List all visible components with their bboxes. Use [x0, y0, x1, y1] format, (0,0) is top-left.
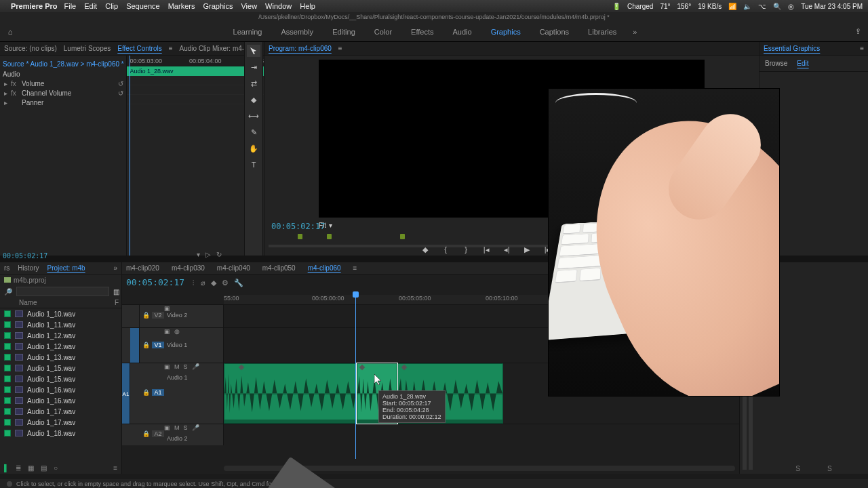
param-volume[interactable]: ▸fxVolume↺	[3, 79, 123, 88]
program-timecode[interactable]: 00:05:02:17	[271, 222, 325, 231]
sequence-tab[interactable]: m4-clip020	[126, 264, 159, 272]
audio-clip[interactable]	[397, 363, 503, 424]
chevron-down-icon[interactable]: ▾	[329, 222, 332, 229]
hand-tool-icon[interactable]: ✋	[247, 142, 260, 155]
play-icon[interactable]: ▶	[522, 245, 532, 254]
home-icon[interactable]: ⌂	[0, 28, 20, 36]
workspace-overflow-icon[interactable]: »	[633, 28, 637, 36]
mark-in-icon[interactable]: {	[441, 245, 450, 254]
audio-group[interactable]: Audio	[3, 69, 123, 79]
lock-icon[interactable]: 🔒	[141, 430, 151, 437]
track-tag-a1[interactable]: A1	[152, 389, 164, 396]
toggle-output-icon[interactable]: ▣	[164, 328, 170, 335]
lock-icon[interactable]: 🔒	[141, 389, 151, 396]
list-view-icon[interactable]: ≣	[16, 464, 21, 472]
list-item[interactable]: Audio 1_15.wav	[0, 363, 121, 373]
tab-menu-icon[interactable]: ≡	[353, 264, 357, 272]
list-item[interactable]: Audio 1_16.wav	[0, 395, 121, 406]
program-zoom[interactable]: Fit ▾	[319, 222, 332, 229]
workspace-captions[interactable]: Captions	[537, 24, 572, 40]
toggle-output-icon[interactable]: ▣	[164, 424, 170, 431]
zoom-slider[interactable]: ○	[54, 464, 58, 472]
list-item[interactable]: Audio 1_12.wav	[0, 341, 121, 352]
list-item[interactable]: Audio 1_10.wav	[0, 308, 121, 319]
list-item[interactable]: Audio 1_12.wav	[0, 330, 121, 341]
ripple-edit-tool-icon[interactable]: ⇄	[247, 77, 260, 89]
track-header-a2[interactable]: 🔒 A2 ▣MS🎤 Audio 2	[122, 424, 224, 445]
track-tag-v2[interactable]: V2	[152, 312, 164, 319]
workspace-learning[interactable]: Learning	[231, 24, 265, 40]
project-list[interactable]: Audio 1_10.wavAudio 1_11.wavAudio 1_12.w…	[0, 308, 121, 462]
menu-window[interactable]: Window	[265, 2, 292, 10]
search-icon[interactable]: 🔍	[773, 3, 781, 10]
marker-icon[interactable]	[400, 234, 405, 239]
workspace-editing[interactable]: Editing	[330, 24, 358, 40]
toggle-output-icon[interactable]: ▣	[164, 305, 170, 312]
panel-overflow-icon[interactable]: »	[113, 264, 117, 272]
play-only-icon[interactable]: ▷	[205, 251, 211, 258]
column-name[interactable]: Name	[19, 299, 37, 306]
param-panner[interactable]: ▸ Panner	[3, 98, 123, 107]
track-header-a1[interactable]: A1 🔒 A1 ▣MS🎤 Audio 1	[122, 363, 224, 424]
marker-icon[interactable]: ◆	[211, 279, 216, 287]
timeline-h-scrollbar[interactable]	[224, 466, 735, 471]
tab-effect-controls[interactable]: Effect Controls	[117, 45, 161, 52]
icon-view-icon[interactable]: ▦	[28, 464, 34, 472]
track-header-v2[interactable]: 🔒 V2 ▣ Video 2	[122, 304, 224, 327]
app-name[interactable]: Premiere Pro	[11, 2, 57, 10]
source-patch-v1[interactable]	[130, 328, 140, 363]
list-item[interactable]: Audio 1_16.wav	[0, 384, 121, 395]
mark-out-icon[interactable]: }	[461, 245, 471, 254]
slip-tool-icon[interactable]: ⟷	[247, 110, 260, 122]
workspace-audio[interactable]: Audio	[450, 24, 475, 40]
menu-markers[interactable]: Markers	[168, 2, 195, 10]
freeform-icon[interactable]: ▤	[41, 464, 47, 472]
list-item[interactable]: Audio 1_17.wav	[0, 417, 121, 428]
lock-icon[interactable]: 🔒	[141, 312, 151, 319]
tab-effect-controls-menu-icon[interactable]: ≡	[169, 45, 173, 52]
menu-graphics[interactable]: Graphics	[203, 2, 233, 10]
project-search-input[interactable]	[16, 287, 109, 296]
track-lane-a2[interactable]	[224, 424, 739, 445]
toggle-output-icon[interactable]: ▣	[164, 363, 170, 370]
snap-icon[interactable]: ⸽	[191, 279, 195, 287]
project-tab-project[interactable]: Project: m4b	[47, 264, 85, 272]
list-item[interactable]: Audio 1_17.wav	[0, 406, 121, 417]
tab-source[interactable]: Source: (no clips)	[4, 45, 57, 52]
workspace-libraries[interactable]: Libraries	[585, 24, 619, 40]
type-tool-icon[interactable]: T	[247, 159, 260, 171]
eg-browse-tab[interactable]: Browse	[765, 60, 787, 67]
audio-clip-selected[interactable]	[357, 363, 397, 424]
filter-icon[interactable]: ▾	[197, 251, 200, 258]
efc-playhead[interactable]	[130, 56, 130, 256]
new-bin-icon[interactable]: ▥	[113, 288, 119, 296]
list-item[interactable]: Audio 1_18.wav	[0, 428, 121, 439]
selection-tool-icon[interactable]	[247, 45, 260, 57]
reset-icon[interactable]: ↺	[118, 80, 123, 87]
tab-lumetri-scopes[interactable]: Lumetri Scopes	[64, 45, 111, 52]
eg-edit-tab[interactable]: Edit	[797, 60, 808, 67]
track-tag-a2[interactable]: A2	[152, 430, 164, 437]
add-marker-icon[interactable]: ◆	[420, 245, 430, 254]
audio-clip[interactable]	[224, 363, 357, 424]
workspace-graphics[interactable]: Graphics	[488, 24, 524, 40]
menu-edit[interactable]: Edit	[84, 2, 97, 10]
razor-tool-icon[interactable]: ◆	[247, 94, 260, 106]
sequence-tab[interactable]: m4-clip050	[262, 264, 296, 272]
sequence-tab[interactable]: m4-clip030	[172, 264, 205, 272]
project-tab-history[interactable]: History	[18, 264, 39, 272]
menu-view[interactable]: View	[241, 2, 257, 10]
timeline-timecode[interactable]: 00:05:02:17	[126, 277, 184, 287]
linked-selection-icon[interactable]: ⌀	[201, 279, 205, 287]
track-tag-v1[interactable]: V1	[152, 342, 164, 348]
pen-tool-icon[interactable]: ✎	[247, 126, 260, 138]
voice-over-icon[interactable]: 🎤	[192, 424, 199, 431]
reset-icon[interactable]: ↺	[118, 89, 123, 97]
efc-clip-bar[interactable]: Audio 1_28.wav	[127, 66, 264, 76]
marker-icon[interactable]	[298, 234, 302, 239]
workspace-color[interactable]: Color	[372, 24, 395, 40]
tab-essential-graphics[interactable]: Essential Graphics	[764, 45, 820, 52]
lock-icon[interactable]: 🔒	[141, 342, 151, 348]
column-framerate[interactable]: F	[115, 299, 119, 306]
project-breadcrumb[interactable]: m4b.prproj	[0, 274, 121, 285]
